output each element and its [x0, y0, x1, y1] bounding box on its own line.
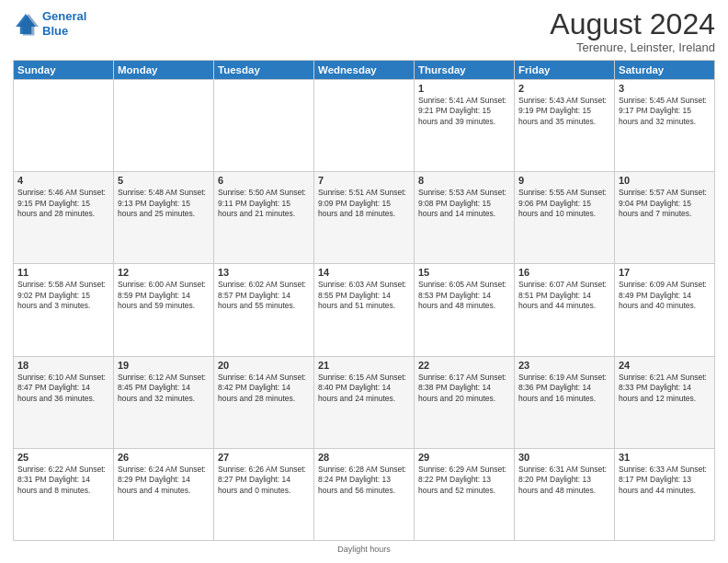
calendar-week-row: 18Sunrise: 6:10 AM Sunset: 8:47 PM Dayli…: [14, 356, 715, 448]
cell-info: Sunrise: 5:58 AM Sunset: 9:02 PM Dayligh…: [17, 280, 109, 311]
calendar-week-row: 25Sunrise: 6:22 AM Sunset: 8:31 PM Dayli…: [14, 448, 715, 540]
day-number: 16: [518, 267, 610, 278]
daylight-label: Daylight hours: [337, 545, 391, 554]
day-number: 12: [118, 267, 210, 278]
day-number: 22: [418, 360, 510, 371]
weekday-header: Thursday: [415, 61, 515, 80]
cell-info: Sunrise: 6:05 AM Sunset: 8:53 PM Dayligh…: [418, 280, 510, 311]
calendar-week-row: 1Sunrise: 5:41 AM Sunset: 9:21 PM Daylig…: [14, 80, 715, 172]
cell-info: Sunrise: 5:45 AM Sunset: 9:17 PM Dayligh…: [619, 96, 711, 127]
weekday-header: Tuesday: [214, 61, 314, 80]
calendar-cell: [114, 80, 214, 172]
title-block: August 2024 Terenure, Leinster, Ireland: [550, 9, 715, 54]
day-number: 17: [619, 267, 711, 278]
logo-icon: [13, 11, 39, 37]
calendar-cell: 18Sunrise: 6:10 AM Sunset: 8:47 PM Dayli…: [14, 356, 114, 448]
logo-text: General Blue: [42, 9, 86, 38]
calendar-cell: [214, 80, 314, 172]
cell-info: Sunrise: 5:57 AM Sunset: 9:04 PM Dayligh…: [619, 188, 711, 219]
cell-info: Sunrise: 6:17 AM Sunset: 8:38 PM Dayligh…: [418, 373, 510, 404]
logo-general: General: [42, 9, 86, 23]
day-number: 25: [17, 452, 109, 463]
cell-info: Sunrise: 5:46 AM Sunset: 9:15 PM Dayligh…: [17, 188, 109, 219]
calendar-table: SundayMondayTuesdayWednesdayThursdayFrid…: [13, 60, 715, 541]
calendar-cell: 17Sunrise: 6:09 AM Sunset: 8:49 PM Dayli…: [615, 264, 715, 356]
cell-info: Sunrise: 6:26 AM Sunset: 8:27 PM Dayligh…: [218, 465, 310, 496]
calendar-cell: 19Sunrise: 6:12 AM Sunset: 8:45 PM Dayli…: [114, 356, 214, 448]
day-number: 30: [518, 452, 610, 463]
day-number: 2: [518, 83, 610, 94]
day-number: 9: [518, 175, 610, 186]
calendar-cell: 8Sunrise: 5:53 AM Sunset: 9:08 PM Daylig…: [415, 172, 515, 264]
day-number: 1: [418, 83, 510, 94]
cell-info: Sunrise: 5:55 AM Sunset: 9:06 PM Dayligh…: [518, 188, 610, 219]
calendar-cell: 26Sunrise: 6:24 AM Sunset: 8:29 PM Dayli…: [114, 448, 214, 540]
calendar-cell: 29Sunrise: 6:29 AM Sunset: 8:22 PM Dayli…: [415, 448, 515, 540]
calendar-cell: 7Sunrise: 5:51 AM Sunset: 9:09 PM Daylig…: [314, 172, 415, 264]
calendar-cell: 30Sunrise: 6:31 AM Sunset: 8:20 PM Dayli…: [515, 448, 615, 540]
cell-info: Sunrise: 5:48 AM Sunset: 9:13 PM Dayligh…: [118, 188, 210, 219]
cell-info: Sunrise: 6:02 AM Sunset: 8:57 PM Dayligh…: [218, 280, 310, 311]
calendar-cell: [314, 80, 415, 172]
day-number: 10: [619, 175, 711, 186]
calendar-cell: 9Sunrise: 5:55 AM Sunset: 9:06 PM Daylig…: [515, 172, 615, 264]
calendar-cell: 3Sunrise: 5:45 AM Sunset: 9:17 PM Daylig…: [615, 80, 715, 172]
weekday-header: Friday: [515, 61, 615, 80]
cell-info: Sunrise: 5:41 AM Sunset: 9:21 PM Dayligh…: [418, 96, 510, 127]
calendar-cell: 14Sunrise: 6:03 AM Sunset: 8:55 PM Dayli…: [314, 264, 415, 356]
day-number: 31: [619, 452, 711, 463]
cell-info: Sunrise: 6:12 AM Sunset: 8:45 PM Dayligh…: [118, 373, 210, 404]
day-number: 7: [318, 175, 410, 186]
day-number: 24: [619, 360, 711, 371]
cell-info: Sunrise: 6:19 AM Sunset: 8:36 PM Dayligh…: [518, 373, 610, 404]
cell-info: Sunrise: 6:29 AM Sunset: 8:22 PM Dayligh…: [418, 465, 510, 496]
calendar-cell: [14, 80, 114, 172]
cell-info: Sunrise: 5:51 AM Sunset: 9:09 PM Dayligh…: [318, 188, 410, 219]
calendar-cell: 11Sunrise: 5:58 AM Sunset: 9:02 PM Dayli…: [14, 264, 114, 356]
cell-info: Sunrise: 6:07 AM Sunset: 8:51 PM Dayligh…: [518, 280, 610, 311]
logo: General Blue: [13, 9, 86, 38]
weekday-header: Monday: [114, 61, 214, 80]
cell-info: Sunrise: 6:28 AM Sunset: 8:24 PM Dayligh…: [318, 465, 410, 496]
logo-blue-word: Blue: [42, 24, 68, 38]
weekday-header: Saturday: [615, 61, 715, 80]
calendar-cell: 22Sunrise: 6:17 AM Sunset: 8:38 PM Dayli…: [415, 356, 515, 448]
day-number: 3: [619, 83, 711, 94]
cell-info: Sunrise: 6:31 AM Sunset: 8:20 PM Dayligh…: [518, 465, 610, 496]
day-number: 20: [218, 360, 310, 371]
day-number: 11: [17, 267, 109, 278]
day-number: 14: [318, 267, 410, 278]
day-number: 6: [218, 175, 310, 186]
cell-info: Sunrise: 6:10 AM Sunset: 8:47 PM Dayligh…: [17, 373, 109, 404]
subtitle: Terenure, Leinster, Ireland: [550, 40, 715, 54]
calendar-cell: 16Sunrise: 6:07 AM Sunset: 8:51 PM Dayli…: [515, 264, 615, 356]
calendar-cell: 13Sunrise: 6:02 AM Sunset: 8:57 PM Dayli…: [214, 264, 314, 356]
calendar-cell: 28Sunrise: 6:28 AM Sunset: 8:24 PM Dayli…: [314, 448, 415, 540]
day-number: 5: [118, 175, 210, 186]
calendar-cell: 5Sunrise: 5:48 AM Sunset: 9:13 PM Daylig…: [114, 172, 214, 264]
cell-info: Sunrise: 6:09 AM Sunset: 8:49 PM Dayligh…: [619, 280, 711, 311]
cell-info: Sunrise: 6:14 AM Sunset: 8:42 PM Dayligh…: [218, 373, 310, 404]
calendar-week-row: 4Sunrise: 5:46 AM Sunset: 9:15 PM Daylig…: [14, 172, 715, 264]
page: General Blue August 2024 Terenure, Leins…: [0, 0, 728, 563]
day-number: 29: [418, 452, 510, 463]
calendar-cell: 27Sunrise: 6:26 AM Sunset: 8:27 PM Dayli…: [214, 448, 314, 540]
weekday-header: Wednesday: [314, 61, 415, 80]
day-number: 18: [17, 360, 109, 371]
footer: Daylight hours: [13, 545, 715, 554]
calendar-cell: 1Sunrise: 5:41 AM Sunset: 9:21 PM Daylig…: [415, 80, 515, 172]
calendar-cell: 6Sunrise: 5:50 AM Sunset: 9:11 PM Daylig…: [214, 172, 314, 264]
calendar-cell: 2Sunrise: 5:43 AM Sunset: 9:19 PM Daylig…: [515, 80, 615, 172]
cell-info: Sunrise: 5:50 AM Sunset: 9:11 PM Dayligh…: [218, 188, 310, 219]
cell-info: Sunrise: 6:33 AM Sunset: 8:17 PM Dayligh…: [619, 465, 711, 496]
cell-info: Sunrise: 6:00 AM Sunset: 8:59 PM Dayligh…: [118, 280, 210, 311]
calendar-cell: 4Sunrise: 5:46 AM Sunset: 9:15 PM Daylig…: [14, 172, 114, 264]
day-number: 23: [518, 360, 610, 371]
day-number: 15: [418, 267, 510, 278]
calendar-cell: 10Sunrise: 5:57 AM Sunset: 9:04 PM Dayli…: [615, 172, 715, 264]
calendar-cell: 23Sunrise: 6:19 AM Sunset: 8:36 PM Dayli…: [515, 356, 615, 448]
month-title: August 2024: [550, 9, 715, 39]
calendar-cell: 25Sunrise: 6:22 AM Sunset: 8:31 PM Dayli…: [14, 448, 114, 540]
calendar-cell: 31Sunrise: 6:33 AM Sunset: 8:17 PM Dayli…: [615, 448, 715, 540]
weekday-header: Sunday: [14, 61, 114, 80]
